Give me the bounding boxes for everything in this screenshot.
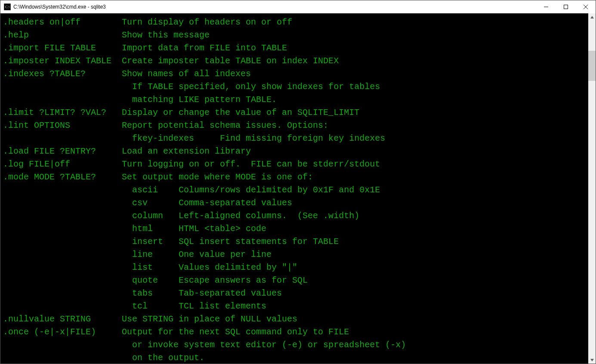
terminal-line: .help Show this message — [3, 29, 588, 42]
terminal-line: .load FILE ?ENTRY? Load an extension lib… — [3, 145, 588, 158]
titlebar[interactable]: C:\ C:\Windows\System32\cmd.exe - sqlite… — [0, 0, 596, 13]
close-button[interactable] — [576, 0, 596, 13]
svg-rect-4 — [564, 5, 568, 9]
terminal-line: list Values delimited by "|" — [3, 261, 588, 274]
terminal-line: .mode MODE ?TABLE? Set output mode where… — [3, 171, 588, 184]
client-area: .headers on|off Turn display of headers … — [0, 13, 596, 364]
terminal-line: quote Escape answers as for SQL — [3, 274, 588, 287]
terminal-line: .log FILE|off Turn logging on or off. FI… — [3, 158, 588, 171]
terminal-line: fkey-indexes Find missing foreign key in… — [3, 132, 588, 145]
svg-text:C:\: C:\ — [5, 5, 10, 9]
terminal-line: on the output. — [3, 352, 588, 364]
terminal-line: tabs Tab-separated values — [3, 287, 588, 300]
terminal-line: insert SQL insert statements for TABLE — [3, 235, 588, 248]
terminal-line: .nullvalue STRING Use STRING in place of… — [3, 313, 588, 326]
scroll-up-button[interactable] — [588, 13, 596, 21]
terminal-line: or invoke system text editor (-e) or spr… — [3, 339, 588, 352]
terminal-line: .lint OPTIONS Report potential schema is… — [3, 119, 588, 132]
terminal-line: html HTML <table> code — [3, 222, 588, 235]
window-title: C:\Windows\System32\cmd.exe - sqlite3 — [13, 4, 106, 10]
terminal-line: .limit ?LIMIT? ?VAL? Display or change t… — [3, 106, 588, 119]
scroll-track[interactable] — [588, 21, 596, 356]
terminal-line: ascii Columns/rows delimited by 0x1F and… — [3, 184, 588, 197]
terminal-output[interactable]: .headers on|off Turn display of headers … — [0, 13, 588, 364]
maximize-button[interactable] — [556, 0, 576, 13]
terminal-line: .headers on|off Turn display of headers … — [3, 16, 588, 29]
cmd-window: C:\ C:\Windows\System32\cmd.exe - sqlite… — [0, 0, 596, 364]
vertical-scrollbar[interactable] — [588, 13, 596, 364]
terminal-line: matching LIKE pattern TABLE. — [3, 93, 588, 106]
scroll-thumb[interactable] — [588, 51, 596, 81]
cmd-icon: C:\ — [4, 3, 11, 10]
svg-marker-8 — [590, 359, 594, 361]
svg-marker-7 — [590, 16, 594, 19]
terminal-line: .imposter INDEX TABLE Create imposter ta… — [3, 55, 588, 68]
terminal-line: .import FILE TABLE Import data from FILE… — [3, 42, 588, 55]
terminal-line: .once (-e|-x|FILE) Output for the next S… — [3, 326, 588, 339]
terminal-line: .indexes ?TABLE? Show names of all index… — [3, 68, 588, 80]
terminal-line: If TABLE specified, only show indexes fo… — [3, 80, 588, 93]
terminal-line: line One value per line — [3, 248, 588, 261]
terminal-line: tcl TCL list elements — [3, 300, 588, 313]
minimize-button[interactable] — [536, 0, 556, 13]
terminal-line: csv Comma-separated values — [3, 197, 588, 210]
terminal-line: column Left-aligned columns. (See .width… — [3, 210, 588, 222]
scroll-down-button[interactable] — [588, 356, 596, 364]
